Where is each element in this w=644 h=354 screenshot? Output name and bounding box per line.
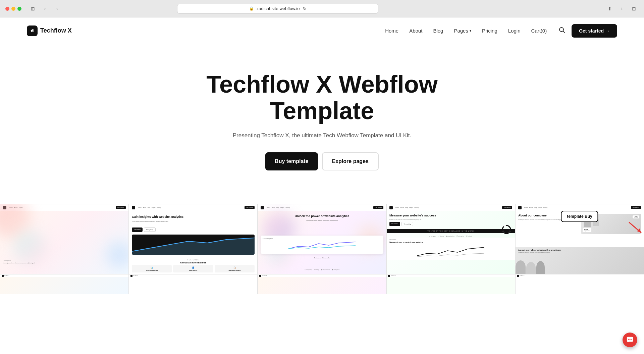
hero-section: Techflow X Webflow Template Presenting T… [171,44,473,191]
new-tab-btn[interactable]: + [617,4,627,13]
panel4-metric: 3.5h [501,224,512,236]
browser-dots [5,7,21,11]
screenshot-panel-3: HomeAboutBlogPagesPricing Get started Un… [258,204,386,274]
hero-subtitle: Presenting Techflow X, the ultimate Tech… [184,132,460,139]
dot-yellow[interactable] [11,7,15,11]
dot-green[interactable] [17,7,21,11]
panel3-bottom-label: A robust set of features for [314,257,330,259]
screenshot-panel-1: HomeAboutPages Get started Lorem ipsum L… [0,204,129,274]
buy-template-popup[interactable]: template Buy [561,211,598,222]
dot-red[interactable] [5,7,9,11]
screenshot-panel-4: HomeAboutBlogPagesPricing Get started Me… [386,204,515,274]
gallery-item-1: HomeAboutPages Get started Lorem ipsum L… [0,204,129,274]
hero-buttons: Buy template Explore pages [184,152,460,170]
nav-actions: Get started → [557,24,617,38]
panel4-company-logos: ◆ company ↗ startup ◉ organisation ⬒ ent… [387,235,515,238]
svg-text:3.5h: 3.5h [504,229,508,231]
panel3-card: Find analytics [261,236,383,254]
panel5-stat: +250M [633,215,639,218]
bottom-item-5: Techflow X [515,274,644,294]
logo-icon [27,26,38,36]
search-button[interactable] [557,26,566,36]
nav-blog[interactable]: Blog [433,28,443,34]
screenshot-gallery: HomeAboutPages Get started Lorem ipsum L… [0,191,644,274]
nav-home[interactable]: Home [385,28,398,34]
panel3-logos: ⬡ company ↗ startup ◉ organization ⬒ ent… [261,269,383,270]
panel5-capital: $100M Capital raised [583,228,591,232]
mock-nav-4: HomeAboutBlogPagesPricing Get started [387,204,515,211]
bottom-gallery: Techflow X Techflow X Techflow X [0,274,644,294]
mock-nav-5: HomeAboutBlogPagesPricing Get started [516,204,644,211]
panel2-heading: Gain insights with website analytics Lor… [129,211,257,226]
sidebar-toggle-btn[interactable]: ⊞ [28,4,38,13]
panel2-chart [132,235,255,255]
chevron-down-icon: ▾ [470,29,471,33]
svg-line-1 [563,31,565,33]
panel1-content: Lorem ipsum Lorem ipsum dolor sit amet c… [3,260,126,264]
back-btn[interactable]: ‹ [40,4,50,13]
panel3-heading: Unlock the power of website analytics Lo… [271,214,373,221]
bottom-item-2: Techflow X [129,274,258,294]
red-arrow-indicator [628,219,644,237]
nav-pages[interactable]: Pages ▾ [454,28,471,34]
nav-login[interactable]: Login [508,28,521,34]
nav-pricing[interactable]: Pricing [482,28,497,34]
mock-nav-2: HomeAboutBlogPagesPricing Get started [129,204,257,211]
url-text: -radical-site.webflow.io [256,6,300,11]
bottom-item-1: Techflow X [0,274,129,294]
logo[interactable]: Techflow X [27,26,72,36]
lock-icon: 🔒 [249,6,254,11]
hero-title: Techflow X Webflow Template [184,71,460,124]
nav-cart[interactable]: Cart(0) [531,28,547,34]
panel4-trusted: TRUSTED BY THE BEST COMPANIES IN THE WOR… [387,229,515,233]
gallery-wrapper: HomeAboutPages Get started Lorem ipsum L… [0,191,644,294]
share-btn[interactable]: ⬆ [605,4,614,13]
screenshot-panel-2: HomeAboutBlogPagesPricing Get started Ga… [129,204,258,274]
refresh-icon[interactable]: ↻ [303,6,306,11]
browser-controls: ⊞ ‹ › [28,4,62,13]
bottom-item-3: Techflow X [258,274,386,294]
mock-nav-3: HomeAboutBlogPagesPricing Get started [258,204,386,211]
svg-point-0 [559,28,564,32]
nav-links: Home About Blog Pages ▾ Pricing Login Ca… [385,28,547,34]
sidebar-btn[interactable]: ⊡ [629,4,639,13]
explore-pages-button[interactable]: Explore pages [322,152,379,170]
panel2-features: FEATURES A robust set of features 📊 Tech… [129,256,257,274]
panel4-chart: SESSIONS We make it easy to track all us… [387,238,515,260]
buy-template-button[interactable]: Buy template [265,152,318,170]
forward-btn[interactable]: › [52,4,62,13]
browser-chrome: ⊞ ‹ › 🔒 -radical-site.webflow.io ↻ ⬆ + ⊡ [0,0,644,17]
panel4-hero: Measure your website's success Lorem ips… [387,211,515,229]
panel5-bottom-img: A great story always starts with a great… [516,247,644,274]
gallery-item-2: HomeAboutBlogPagesPricing Get started Ga… [129,204,258,274]
address-bar[interactable]: 🔒 -radical-site.webflow.io ↻ [177,4,378,14]
browser-actions: ⬆ + ⊡ [605,4,639,13]
logo-text: Techflow X [40,27,72,34]
gallery-item-4: HomeAboutBlogPagesPricing Get started Me… [386,204,515,274]
navbar: Techflow X Home About Blog Pages ▾ Prici… [0,17,644,44]
gallery-item-5: HomeAboutBlogPagesPricing Get started Ab… [515,204,644,274]
bottom-item-4: Techflow X [386,274,515,294]
gallery-item-3: HomeAboutBlogPagesPricing Get started Un… [258,204,386,274]
panel2-btns: Get started View pricing [129,226,257,233]
nav-about[interactable]: About [409,28,422,34]
get-started-button[interactable]: Get started → [572,24,617,38]
